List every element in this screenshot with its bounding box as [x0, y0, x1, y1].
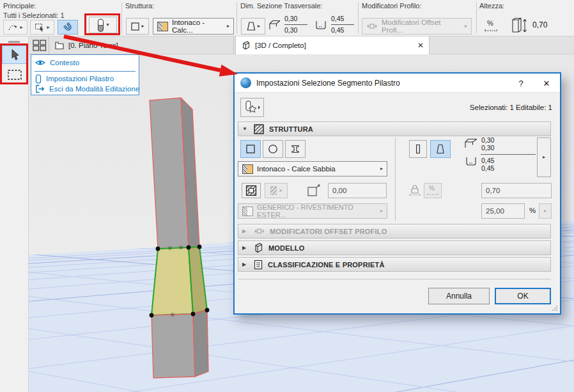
- column-tool-button[interactable]: ▾: [89, 17, 117, 33]
- column-tool-icon: [97, 19, 105, 32]
- menu-item-contesto-label: Contesto: [50, 59, 79, 67]
- veneer-frame-icon: [245, 185, 257, 196]
- flyout-arrow-icon: ▸: [258, 24, 260, 29]
- flyout-arrow-icon: ▸: [465, 24, 467, 29]
- taper-percent-input[interactable]: [481, 203, 525, 219]
- percent-flyout-button[interactable]: ▸: [539, 203, 552, 219]
- collapse-closed-icon: ▶: [242, 228, 249, 234]
- gravity-magnet-button[interactable]: [58, 20, 78, 35]
- percent-icon: %: [426, 185, 439, 196]
- veneer-type-button[interactable]: ▸: [265, 183, 288, 198]
- resize-grip[interactable]: [552, 305, 558, 311]
- dim-section-label: Dim. Sezione Trasversale:: [240, 2, 322, 10]
- fraction-bar: [331, 24, 354, 25]
- section-modificatori-label: MODIFICATORI OFFSET PROFILO: [270, 228, 387, 235]
- menu-separator: [35, 71, 136, 72]
- section-header-modificatori[interactable]: ▶ MODIFICATORI OFFSET PROFILO: [238, 224, 551, 239]
- properties-document-icon: [254, 260, 263, 270]
- dialog-title-bar[interactable]: Impostazioni Selezione Segmento Pilastro…: [235, 74, 560, 93]
- flyout-arrow-icon: ▸: [380, 208, 383, 214]
- marquee-select-button[interactable]: ▸: [30, 20, 54, 35]
- toolbar-material-value: Intonaco - Calc...: [172, 19, 223, 34]
- veneer-button[interactable]: [242, 183, 261, 198]
- modificatori-section-label: Modificatori Profilo:: [362, 2, 422, 10]
- flyout-arrow-icon: ▸: [380, 166, 383, 171]
- section-header-classificazione[interactable]: ▶ CLASSIFICAZIONE E PROPRIETÀ: [238, 257, 551, 272]
- tab-close-button[interactable]: ✕: [417, 41, 424, 50]
- dialog-help-button[interactable]: ?: [510, 74, 532, 93]
- dialog-material-dropdown[interactable]: Intonaco - Calce Sabbia ▸: [238, 161, 387, 176]
- tab-piano-terra[interactable]: [0. Piano Terra]: [49, 36, 234, 54]
- toolbar-material-dropdown[interactable]: Intonaco - Calc... ▸: [153, 18, 234, 35]
- section-classificazione-label: CLASSIFICAZIONE E PROPRIETÀ: [268, 261, 385, 269]
- flyout-arrow-icon: ▸: [20, 25, 22, 30]
- dialog-close-button[interactable]: ✕: [536, 74, 557, 93]
- segment-height-input[interactable]: [481, 183, 552, 198]
- cancel-button[interactable]: Annulla: [428, 288, 490, 304]
- toolbar-depth-bottom-value: 0,45: [331, 26, 344, 35]
- toolbox-drag-handle[interactable]: [8, 41, 20, 43]
- percent-sign-label: %: [529, 207, 536, 214]
- tapered-column-icon: [435, 143, 446, 155]
- offset-plus-icon: [307, 184, 322, 198]
- dialog-title: Impostazioni Selezione Segmento Pilastro: [256, 79, 400, 88]
- section-header-modello[interactable]: ▶ MODELLO: [238, 240, 551, 255]
- exit-door-icon: [35, 84, 45, 93]
- arrow-tool-button[interactable]: [2, 45, 27, 64]
- tab-3d-completo[interactable]: [3D / Completo] ✕: [235, 36, 430, 54]
- veneer-offset-input[interactable]: [328, 183, 387, 198]
- dimension-expander-button[interactable]: ▸: [537, 137, 551, 177]
- section-header-struttura[interactable]: ▼ STRUTTURA: [238, 122, 551, 136]
- menu-item-esci-editazione[interactable]: Esci da Modalità Editazione: [31, 83, 139, 95]
- favorites-column-star-icon: [244, 100, 261, 114]
- column-selected-segment-front[interactable]: [151, 247, 193, 315]
- square-shape-icon: [245, 144, 256, 154]
- story-icon: [54, 41, 65, 50]
- flyout-arrow-icon: ▸: [544, 208, 547, 214]
- marquee-rect-icon: [7, 69, 22, 81]
- shape-circle-button[interactable]: [263, 140, 283, 158]
- structure-shape-button[interactable]: ▸: [126, 18, 149, 35]
- marquee-tool-button[interactable]: [2, 65, 27, 84]
- drag-elements-button[interactable]: ▸: [3, 20, 27, 35]
- dialog-depth-top-value: 0,45: [481, 157, 494, 164]
- 3d-view-icon: [241, 40, 251, 51]
- shape-square-button[interactable]: [240, 140, 261, 158]
- drag-path-icon: [8, 22, 19, 32]
- dialog-material-value: Intonaco - Calce Sabbia: [257, 165, 336, 173]
- tab-bar: [0. Piano Terra] [3D / Completo] ✕: [29, 36, 574, 54]
- panel-divider: [395, 137, 396, 221]
- segment-shape-button[interactable]: ▸: [241, 18, 265, 35]
- flyout-arrow-icon: ▸: [279, 188, 282, 193]
- principale-section-label: Principale:: [3, 2, 36, 10]
- shape-ibeam-button[interactable]: [285, 140, 306, 158]
- marquee-cursor-icon: [35, 22, 45, 32]
- quad-view-button[interactable]: [33, 40, 47, 51]
- veneer-dimension-icon: [314, 20, 327, 31]
- impostazioni-segmento-dialog: Impostazioni Selezione Segmento Pilastro…: [233, 72, 561, 315]
- ok-button[interactable]: OK: [495, 288, 551, 304]
- percent-toggle-button[interactable]: %: [424, 183, 442, 198]
- toolbar-separator: [358, 2, 359, 34]
- tapered-segment-button[interactable]: [430, 140, 451, 158]
- dialog-width-top-value: 0,30: [481, 136, 494, 144]
- favorites-button[interactable]: [240, 98, 264, 117]
- menu-item-contesto[interactable]: Contesto: [31, 57, 139, 68]
- dialog-width-bottom-value: 0,30: [481, 144, 494, 152]
- column-bottom-segment-side[interactable]: [193, 310, 208, 377]
- main-toolbar: Principale: Tutti i Selezionati: 1 ▸ ▸ ▾: [0, 0, 574, 36]
- offset-modifier-icon: [366, 21, 378, 31]
- eye-icon: [35, 59, 45, 67]
- flyout-arrow-icon: ▸: [227, 24, 229, 29]
- uniform-segment-button[interactable]: [409, 140, 427, 158]
- application-window: Principale: Tutti i Selezionati: 1 ▸ ▸ ▾: [0, 0, 574, 392]
- column-bottom-segment-front[interactable]: [151, 314, 195, 378]
- altezza-section-label: Altezza:: [479, 2, 504, 10]
- offset-modifiers-button[interactable]: Modificatori Offset Profi... ▸: [362, 18, 472, 35]
- offset-modifiers-label: Modificatori Offset Profi...: [382, 19, 461, 34]
- archicad-logo-icon: [240, 77, 251, 88]
- finish-material-dropdown[interactable]: GENERICO - RIVESTIMENTO ESTER... ▸: [238, 203, 387, 219]
- tab-3d-completo-label: [3D / Completo]: [255, 42, 306, 49]
- toolbar-width-bottom-value: 0,30: [284, 26, 297, 35]
- toolbar-separator: [237, 2, 237, 34]
